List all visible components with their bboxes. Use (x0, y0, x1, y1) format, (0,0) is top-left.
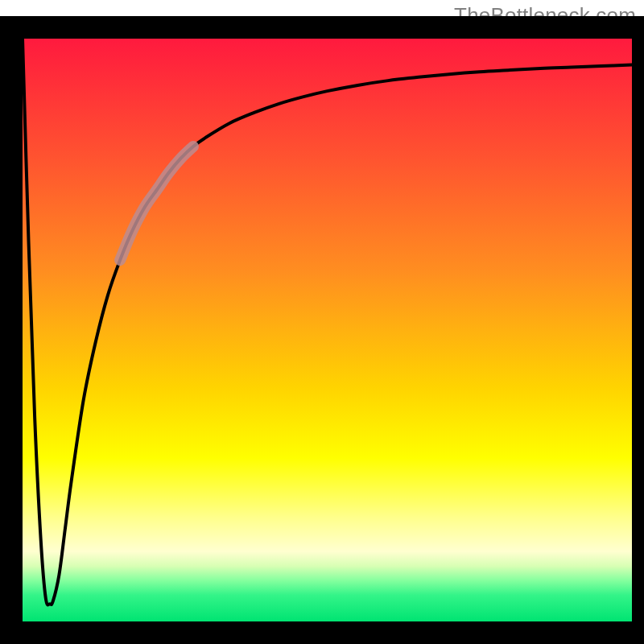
bottleneck-chart (0, 0, 644, 644)
gradient-background (23, 39, 632, 621)
chart-container: TheBottleneck.com (0, 0, 644, 644)
